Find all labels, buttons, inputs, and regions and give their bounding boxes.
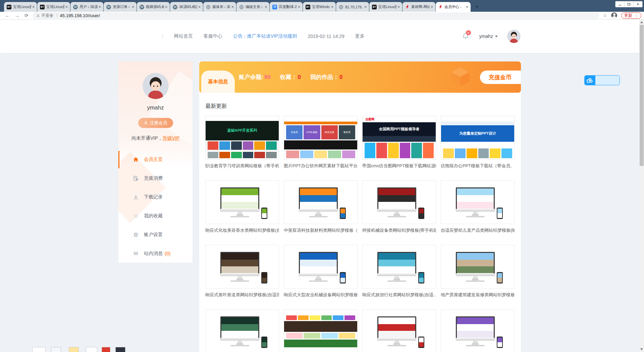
new-tab-button[interactable]: + — [473, 3, 481, 11]
scrollbar-thumb[interactable] — [640, 25, 644, 166]
browser-profile-icon[interactable] — [611, 12, 617, 18]
tab-close-icon[interactable]: ✕ — [298, 5, 301, 9]
template-card[interactable]: 响应式茶叶茶道类网站织梦模板(自适应... — [205, 245, 279, 298]
template-card[interactable]: Discuz仿酷开社区互动商业版(GBK+U... — [284, 309, 358, 352]
template-thumbnail[interactable] — [284, 309, 358, 352]
forward-icon[interactable]: → — [15, 13, 19, 18]
template-title[interactable]: 帝国cms仿当图网PPT模板下载网站源码 — [362, 163, 436, 169]
template-title[interactable]: 响应式化妆美容香水类网站织梦模板(自... — [205, 227, 279, 233]
tab-close-icon[interactable]: ✕ — [331, 5, 334, 9]
sidebar-item-gear[interactable]: ⚙账户设置 — [118, 225, 193, 244]
taskbar-icon-fragment[interactable] — [102, 347, 110, 352]
template-title[interactable]: 响应式茶叶茶道类网站织梦模板(自适应... — [205, 292, 279, 298]
template-card[interactable]: 当图网全国商用PPT模板领导者帝国cms仿当图网PPT模板下载网站源码 — [362, 116, 436, 169]
bookmark-star-icon[interactable]: ☆ — [603, 13, 607, 18]
template-card[interactable]: 中英双语科技新材料类网站织梦模板（... — [284, 180, 358, 233]
tab-close-icon[interactable]: ✕ — [364, 5, 367, 9]
template-card[interactable]: 为您量身定制PPT设计仿熊猫办公PPT模板下载站（带会员、... — [441, 116, 515, 169]
template-card[interactable]: 绿色环保科技营销通用企业网站织梦模... — [205, 309, 279, 352]
template-title[interactable]: 仿熊猫办公PPT模板下载站（带会员、... — [441, 163, 515, 169]
template-card[interactable]: 蓝鲸APP开发系列职业教育学习培训类网站模板（带手机... — [205, 116, 279, 169]
template-thumbnail[interactable] — [284, 180, 358, 224]
tab-close-icon[interactable]: ✕ — [397, 5, 400, 9]
update-button[interactable]: 更新 ⋮ — [621, 12, 641, 19]
template-thumbnail[interactable]: 为您量身定制PPT设计 — [441, 116, 515, 160]
template-title[interactable]: 中英双语科技新材料类网站织梦模板（... — [284, 227, 358, 233]
scroll-up-icon[interactable] — [640, 21, 643, 23]
browser-tab[interactable]: W用户 ‹ 3E源✕ — [70, 2, 103, 12]
template-thumbnail[interactable] — [205, 309, 279, 352]
sidebar-avatar[interactable] — [143, 73, 169, 99]
template-card[interactable]: 响应式化妆美容香水类网站织梦模板(自... — [205, 180, 279, 233]
template-title[interactable]: 焊接机械设备类网站织梦模板(带手机端... — [362, 227, 436, 233]
template-card[interactable]: 响应式大型农业机械设备网站织梦模板(... — [284, 245, 358, 298]
tab-close-icon[interactable]: ✕ — [165, 5, 168, 9]
reload-icon[interactable]: ⟳ — [24, 13, 29, 18]
template-thumbnail[interactable]: 蓝鲸APP开发系列 — [205, 116, 279, 160]
tab-basic-info[interactable]: 基本信息 — [201, 71, 235, 93]
user-menu[interactable]: ymahz — [479, 34, 498, 39]
template-title[interactable]: 响应式大型农业机械设备网站织梦模板(... — [284, 292, 358, 298]
tab-close-icon[interactable]: ✕ — [431, 5, 433, 9]
announcement-link[interactable]: 公告：推广本站送VIP活动规则 — [233, 33, 297, 39]
back-icon[interactable]: ← — [5, 13, 10, 18]
upgrade-vip-link[interactable]: 升级VIP — [163, 135, 180, 141]
template-card[interactable]: 医疗制药企业网站模板 — [441, 309, 515, 352]
register-member-button[interactable]: 注册会员 — [138, 118, 173, 128]
taskbar-icon-fragment[interactable] — [69, 347, 79, 352]
sidebar-item-mail[interactable]: ✉站内消息(0) — [118, 244, 193, 263]
template-title[interactable]: 职业教育学习培训类网站模板（带手机... — [205, 163, 279, 169]
tab-close-icon[interactable]: ✕ — [466, 5, 469, 9]
template-thumbnail[interactable]: 当图网全国商用PPT模板领导者 — [362, 116, 436, 160]
more-link[interactable]: 更多 — [355, 33, 365, 39]
taskbar-icon-fragment[interactable] — [86, 347, 97, 352]
browser-tab[interactable]: 81.70.179.✕ — [336, 2, 369, 12]
template-thumbnail[interactable] — [441, 245, 515, 289]
browser-tab[interactable]: BT宝塔Windo✕ — [303, 2, 336, 12]
template-card[interactable]: 地产房屋建筑建造装修类网站织梦模板(... — [441, 245, 515, 298]
recharge-coins-button[interactable]: 充值金币 — [480, 71, 521, 84]
template-thumbnail[interactable] — [205, 180, 279, 224]
taskbar-icon-fragment[interactable] — [32, 347, 46, 352]
tab-close-icon[interactable]: ✕ — [99, 5, 101, 9]
template-thumbnail[interactable] — [362, 180, 436, 224]
template-thumbnail[interactable] — [362, 245, 436, 289]
browser-tab[interactable]: 媒体库 ‹ 亲✕ — [203, 2, 236, 12]
browser-tab[interactable]: W棋牌源码-精✕ — [137, 2, 170, 12]
tab-close-icon[interactable]: ✕ — [132, 5, 135, 9]
sidebar-item-star[interactable]: ☆我的收藏 — [118, 207, 193, 225]
browser-tab[interactable]: W3E源码-精品✕ — [170, 2, 203, 12]
template-card[interactable]: 焊接机械设备类网站织梦模板(带手机端... — [362, 180, 436, 233]
sidebar-item-download[interactable]: 下载记录 — [118, 188, 193, 207]
template-card[interactable]: 特效库HTML模板网页元素教程库图片PPT办公软件网页素材下载站平台... — [284, 116, 358, 169]
sidebar-item-recharge[interactable]: 充值消费 — [118, 169, 193, 188]
url-input[interactable]: ⚠ 不安全 45.195.156.10//user/ — [33, 12, 600, 19]
template-title[interactable]: 响应式旅游行社类网站织梦模板(自适... — [362, 292, 436, 298]
sidebar-item-home[interactable]: 会员主页 — [118, 150, 193, 169]
tab-close-icon[interactable]: ✕ — [65, 5, 68, 9]
taskbar-icon-fragment[interactable] — [115, 347, 125, 352]
browser-tab[interactable]: 素材网-网站✕ — [402, 2, 435, 12]
template-card[interactable]: 自适应婴幼儿童产品类网站织梦模板(响... — [441, 180, 515, 233]
netdisk-widget[interactable] — [584, 75, 620, 85]
browser-menu-icon[interactable]: ⋮ — [635, 13, 638, 18]
template-thumbnail[interactable] — [284, 245, 358, 289]
tab-close-icon[interactable]: ✕ — [231, 5, 234, 9]
nav-link[interactable]: 网站首页 — [174, 33, 193, 39]
browser-tab[interactable]: 会员中心 -✕ — [436, 2, 471, 12]
template-card[interactable]: 响应式金融产品展示公司网站模板 — [362, 309, 436, 352]
template-title[interactable]: 图片PPT办公软件网页素材下载站平台... — [284, 163, 358, 169]
template-title[interactable]: 自适应婴幼儿童产品类网站织梦模板(响... — [441, 227, 515, 233]
browser-tab[interactable]: 编辑文章 ‹✕ — [236, 2, 269, 12]
browser-tab[interactable]: W资源订单 ‹✕ — [104, 2, 137, 12]
tab-close-icon[interactable]: ✕ — [198, 5, 201, 9]
nav-link[interactable]: 客服中心 — [204, 33, 222, 39]
template-thumbnail[interactable]: 特效库HTML模板网页元素教程库 — [284, 116, 358, 160]
template-thumbnail[interactable] — [362, 309, 436, 352]
notification-bell-icon[interactable]: 0 — [462, 32, 470, 40]
minimize-button[interactable] — [615, 1, 625, 7]
browser-tab[interactable]: BT宝塔Linux面✕ — [37, 2, 70, 12]
maximize-button[interactable] — [625, 1, 634, 7]
template-title[interactable]: 地产房屋建筑建造装修类网站织梦模板(... — [441, 292, 515, 298]
template-thumbnail[interactable] — [441, 309, 515, 352]
